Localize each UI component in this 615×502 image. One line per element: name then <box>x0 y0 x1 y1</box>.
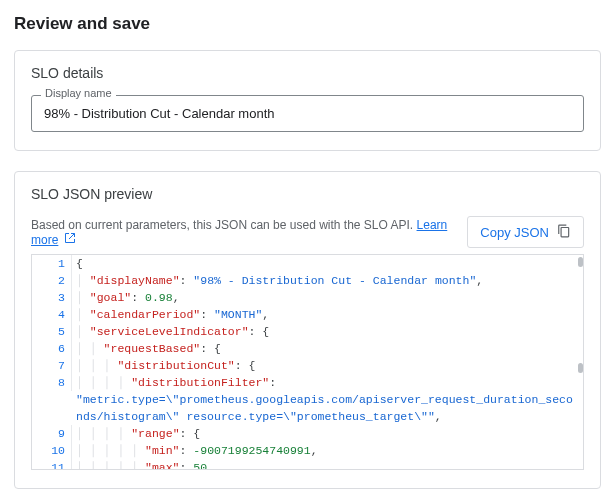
page-title: Review and save <box>14 14 601 34</box>
json-token: "calendarPeriod" <box>90 308 200 321</box>
json-token: "min" <box>145 444 180 457</box>
json-token: "distributionCut" <box>117 359 234 372</box>
json-token: { <box>76 257 83 270</box>
external-link-icon <box>64 233 76 247</box>
json-token: "max" <box>145 461 180 470</box>
json-token: "distributionFilter" <box>131 376 269 389</box>
copy-icon <box>557 224 571 240</box>
json-code-area[interactable]: 1{ 2│ "displayName": "98% - Distribution… <box>31 254 584 470</box>
json-token: "98% - Distribution Cut - Calendar month… <box>193 274 476 287</box>
json-token: "goal" <box>90 291 131 304</box>
json-token: 50 <box>193 461 207 470</box>
json-token: -9007199254740991 <box>193 444 310 457</box>
copy-json-button[interactable]: Copy JSON <box>467 216 584 248</box>
json-token: 0.98 <box>145 291 173 304</box>
json-token: "range" <box>131 427 179 440</box>
slo-details-card: SLO details Display name <box>14 50 601 151</box>
json-token: "displayName" <box>90 274 180 287</box>
json-helper-text: Based on current parameters, this JSON c… <box>31 218 455 247</box>
json-preview-card: SLO JSON preview Based on current parame… <box>14 171 601 489</box>
display-name-label: Display name <box>41 87 116 99</box>
slo-details-title: SLO details <box>31 65 584 81</box>
json-token: "MONTH" <box>214 308 262 321</box>
display-name-field: Display name <box>31 95 584 132</box>
json-token: "requestBased" <box>104 342 201 355</box>
json-token: "serviceLevelIndicator" <box>90 325 249 338</box>
json-token: "metric.type=\"prometheus.googleapis.com… <box>76 393 573 423</box>
json-preview-title: SLO JSON preview <box>31 186 584 202</box>
copy-json-label: Copy JSON <box>480 225 549 240</box>
display-name-input[interactable] <box>31 95 584 132</box>
